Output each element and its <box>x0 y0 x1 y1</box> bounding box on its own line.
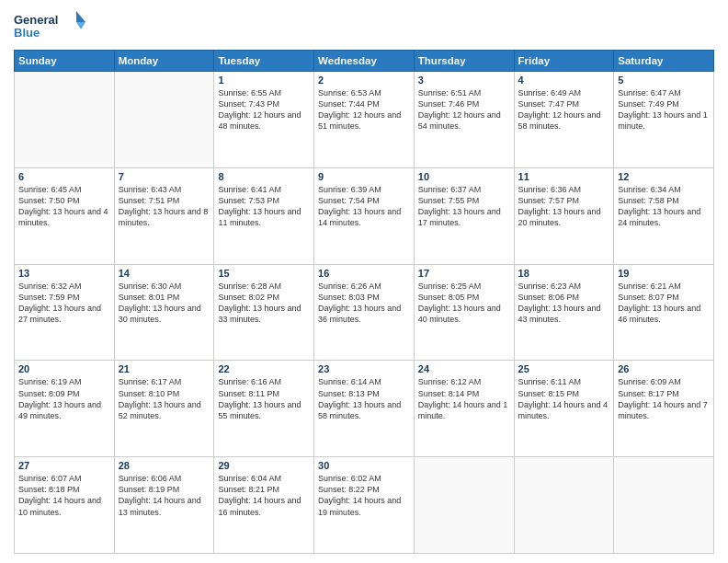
cell-info: Sunrise: 6:06 AM Sunset: 8:19 PM Dayligh… <box>119 473 210 518</box>
svg-text:Blue: Blue <box>14 26 40 40</box>
calendar-cell: 24Sunrise: 6:12 AM Sunset: 8:14 PM Dayli… <box>414 361 514 457</box>
calendar-cell <box>114 72 214 168</box>
calendar-cell: 8Sunrise: 6:41 AM Sunset: 7:53 PM Daylig… <box>214 167 314 264</box>
calendar-header-tuesday: Tuesday <box>214 51 314 72</box>
calendar-cell <box>15 72 115 168</box>
cell-day-number: 20 <box>18 363 110 374</box>
cell-info: Sunrise: 6:11 AM Sunset: 8:15 PM Dayligh… <box>518 376 610 421</box>
calendar-cell: 27Sunrise: 6:07 AM Sunset: 8:18 PM Dayli… <box>15 457 115 554</box>
cell-day-number: 13 <box>18 268 110 279</box>
cell-day-number: 26 <box>618 363 710 374</box>
calendar-cell: 4Sunrise: 6:49 AM Sunset: 7:47 PM Daylig… <box>514 72 614 168</box>
cell-day-number: 3 <box>418 75 510 86</box>
cell-info: Sunrise: 6:02 AM Sunset: 8:22 PM Dayligh… <box>318 473 410 518</box>
calendar-header-saturday: Saturday <box>614 51 714 72</box>
cell-info: Sunrise: 6:28 AM Sunset: 8:02 PM Dayligh… <box>218 281 310 326</box>
calendar-header-sunday: Sunday <box>15 51 115 72</box>
header: General Blue <box>14 9 714 44</box>
calendar-cell: 13Sunrise: 6:32 AM Sunset: 7:59 PM Dayli… <box>15 264 115 361</box>
cell-day-number: 1 <box>218 75 310 86</box>
calendar-cell: 18Sunrise: 6:23 AM Sunset: 8:06 PM Dayli… <box>514 264 614 361</box>
calendar-cell: 11Sunrise: 6:36 AM Sunset: 7:57 PM Dayli… <box>514 167 614 264</box>
calendar-header-thursday: Thursday <box>414 51 514 72</box>
cell-info: Sunrise: 6:07 AM Sunset: 8:18 PM Dayligh… <box>18 473 110 518</box>
cell-day-number: 18 <box>518 268 610 279</box>
calendar-cell: 17Sunrise: 6:25 AM Sunset: 8:05 PM Dayli… <box>414 264 514 361</box>
cell-info: Sunrise: 6:55 AM Sunset: 7:43 PM Dayligh… <box>218 87 310 132</box>
calendar-week-row: 27Sunrise: 6:07 AM Sunset: 8:18 PM Dayli… <box>15 457 714 554</box>
calendar-header-friday: Friday <box>514 51 614 72</box>
calendar-cell: 23Sunrise: 6:14 AM Sunset: 8:13 PM Dayli… <box>314 361 415 457</box>
calendar-table: SundayMondayTuesdayWednesdayThursdayFrid… <box>14 50 714 554</box>
cell-day-number: 12 <box>618 171 710 182</box>
calendar-cell: 9Sunrise: 6:39 AM Sunset: 7:54 PM Daylig… <box>314 167 415 264</box>
calendar-cell: 1Sunrise: 6:55 AM Sunset: 7:43 PM Daylig… <box>214 72 314 168</box>
svg-marker-2 <box>76 11 85 22</box>
calendar-cell <box>614 457 714 554</box>
cell-day-number: 6 <box>18 171 110 182</box>
calendar-cell: 14Sunrise: 6:30 AM Sunset: 8:01 PM Dayli… <box>114 264 214 361</box>
cell-day-number: 19 <box>618 268 710 279</box>
calendar-cell: 30Sunrise: 6:02 AM Sunset: 8:22 PM Dayli… <box>314 457 415 554</box>
calendar-cell <box>414 457 514 554</box>
logo-svg: General Blue <box>14 9 87 44</box>
calendar-header-monday: Monday <box>114 51 214 72</box>
calendar-cell: 2Sunrise: 6:53 AM Sunset: 7:44 PM Daylig… <box>314 72 415 168</box>
calendar-header-wednesday: Wednesday <box>314 51 415 72</box>
cell-info: Sunrise: 6:12 AM Sunset: 8:14 PM Dayligh… <box>418 376 510 421</box>
cell-info: Sunrise: 6:49 AM Sunset: 7:47 PM Dayligh… <box>518 87 610 132</box>
cell-info: Sunrise: 6:09 AM Sunset: 8:17 PM Dayligh… <box>618 376 710 421</box>
cell-info: Sunrise: 6:26 AM Sunset: 8:03 PM Dayligh… <box>318 281 410 326</box>
cell-info: Sunrise: 6:36 AM Sunset: 7:57 PM Dayligh… <box>518 184 610 229</box>
svg-marker-3 <box>76 22 85 29</box>
cell-day-number: 23 <box>318 363 410 374</box>
cell-info: Sunrise: 6:32 AM Sunset: 7:59 PM Dayligh… <box>18 281 110 326</box>
cell-info: Sunrise: 6:17 AM Sunset: 8:10 PM Dayligh… <box>119 376 210 421</box>
cell-info: Sunrise: 6:39 AM Sunset: 7:54 PM Dayligh… <box>318 184 410 229</box>
cell-day-number: 2 <box>318 75 410 86</box>
cell-info: Sunrise: 6:14 AM Sunset: 8:13 PM Dayligh… <box>318 376 410 421</box>
calendar-cell: 28Sunrise: 6:06 AM Sunset: 8:19 PM Dayli… <box>114 457 214 554</box>
calendar-cell: 22Sunrise: 6:16 AM Sunset: 8:11 PM Dayli… <box>214 361 314 457</box>
cell-info: Sunrise: 6:43 AM Sunset: 7:51 PM Dayligh… <box>119 184 210 229</box>
cell-info: Sunrise: 6:25 AM Sunset: 8:05 PM Dayligh… <box>418 281 510 326</box>
calendar-week-row: 13Sunrise: 6:32 AM Sunset: 7:59 PM Dayli… <box>15 264 714 361</box>
cell-day-number: 14 <box>119 268 210 279</box>
calendar-cell: 20Sunrise: 6:19 AM Sunset: 8:09 PM Dayli… <box>15 361 115 457</box>
cell-info: Sunrise: 6:47 AM Sunset: 7:49 PM Dayligh… <box>618 87 710 132</box>
cell-info: Sunrise: 6:04 AM Sunset: 8:21 PM Dayligh… <box>218 473 310 518</box>
cell-info: Sunrise: 6:16 AM Sunset: 8:11 PM Dayligh… <box>218 376 310 421</box>
cell-info: Sunrise: 6:45 AM Sunset: 7:50 PM Dayligh… <box>18 184 110 229</box>
cell-day-number: 15 <box>218 268 310 279</box>
cell-info: Sunrise: 6:19 AM Sunset: 8:09 PM Dayligh… <box>18 376 110 421</box>
calendar-cell: 29Sunrise: 6:04 AM Sunset: 8:21 PM Dayli… <box>214 457 314 554</box>
cell-info: Sunrise: 6:53 AM Sunset: 7:44 PM Dayligh… <box>318 87 410 132</box>
calendar-cell: 7Sunrise: 6:43 AM Sunset: 7:51 PM Daylig… <box>114 167 214 264</box>
calendar-cell: 25Sunrise: 6:11 AM Sunset: 8:15 PM Dayli… <box>514 361 614 457</box>
calendar-week-row: 1Sunrise: 6:55 AM Sunset: 7:43 PM Daylig… <box>15 72 714 168</box>
logo: General Blue <box>14 9 87 44</box>
cell-day-number: 7 <box>119 171 210 182</box>
calendar-cell <box>514 457 614 554</box>
cell-day-number: 27 <box>18 460 110 471</box>
calendar-cell: 19Sunrise: 6:21 AM Sunset: 8:07 PM Dayli… <box>614 264 714 361</box>
calendar-cell: 10Sunrise: 6:37 AM Sunset: 7:55 PM Dayli… <box>414 167 514 264</box>
cell-info: Sunrise: 6:51 AM Sunset: 7:46 PM Dayligh… <box>418 87 510 132</box>
page: General Blue SundayMondayTuesdayWednesda… <box>0 0 728 563</box>
cell-info: Sunrise: 6:41 AM Sunset: 7:53 PM Dayligh… <box>218 184 310 229</box>
cell-day-number: 21 <box>119 363 210 374</box>
svg-text:General: General <box>14 13 58 27</box>
calendar-cell: 16Sunrise: 6:26 AM Sunset: 8:03 PM Dayli… <box>314 264 415 361</box>
cell-day-number: 11 <box>518 171 610 182</box>
calendar-cell: 3Sunrise: 6:51 AM Sunset: 7:46 PM Daylig… <box>414 72 514 168</box>
calendar-cell: 5Sunrise: 6:47 AM Sunset: 7:49 PM Daylig… <box>614 72 714 168</box>
cell-day-number: 24 <box>418 363 510 374</box>
cell-day-number: 29 <box>218 460 310 471</box>
cell-day-number: 22 <box>218 363 310 374</box>
calendar-week-row: 20Sunrise: 6:19 AM Sunset: 8:09 PM Dayli… <box>15 361 714 457</box>
calendar-week-row: 6Sunrise: 6:45 AM Sunset: 7:50 PM Daylig… <box>15 167 714 264</box>
calendar-cell: 12Sunrise: 6:34 AM Sunset: 7:58 PM Dayli… <box>614 167 714 264</box>
calendar-cell: 21Sunrise: 6:17 AM Sunset: 8:10 PM Dayli… <box>114 361 214 457</box>
cell-day-number: 8 <box>218 171 310 182</box>
cell-day-number: 17 <box>418 268 510 279</box>
